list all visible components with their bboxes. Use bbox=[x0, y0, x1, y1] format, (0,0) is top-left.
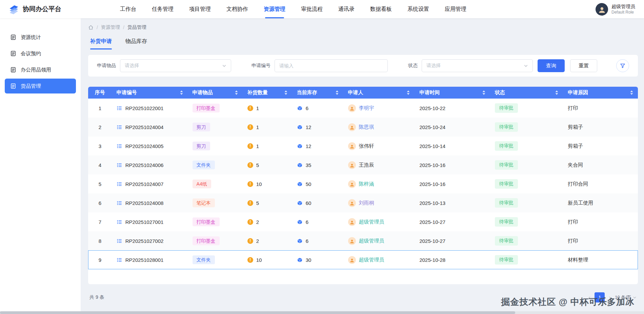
top-nav-item[interactable]: 工作台 bbox=[120, 0, 136, 18]
top-nav-item[interactable]: 资源管理 bbox=[264, 0, 285, 18]
box-icon bbox=[297, 143, 303, 149]
chevron-down-icon bbox=[222, 64, 226, 68]
request-number: RP20251024004 bbox=[125, 124, 164, 130]
table-row[interactable]: 2RP20251024004剪刀!112陈思琪2025-10-24待审批剪箱子 bbox=[88, 118, 638, 137]
applicant-name[interactable]: 超级管理员 bbox=[359, 257, 384, 263]
top-nav-item[interactable]: 数据看板 bbox=[370, 0, 392, 18]
sidebar-item[interactable]: 资源统计 bbox=[5, 30, 76, 45]
box-icon bbox=[297, 200, 303, 206]
item-select[interactable]: 请选择 bbox=[120, 59, 231, 72]
top-nav-item[interactable]: 文档协作 bbox=[226, 0, 248, 18]
cell-item: 打印墨盒 bbox=[188, 99, 243, 118]
column-label: 申请编号 bbox=[117, 89, 137, 96]
main-content: /资源管理/货品管理 补货申请物品库存 申请物品 请选择 申请编号 状态 bbox=[81, 18, 644, 314]
breadcrumb-item[interactable]: 货品管理 bbox=[127, 24, 146, 30]
list-icon bbox=[117, 162, 122, 168]
filter-bar: 申请物品 请选择 申请编号 状态 请选择 bbox=[88, 55, 638, 77]
status-select[interactable]: 请选择 bbox=[422, 59, 533, 72]
sidebar: 资源统计会议预约办公用品领用货品管理 bbox=[0, 18, 81, 314]
column-header[interactable]: 序号 bbox=[88, 87, 112, 99]
horizontal-scrollbar[interactable] bbox=[0, 311, 644, 314]
item-select-placeholder: 请选择 bbox=[125, 63, 139, 69]
applicant-name[interactable]: 王浩辰 bbox=[359, 162, 374, 168]
sidebar-item-label: 会议预约 bbox=[21, 50, 41, 57]
warning-icon: ! bbox=[247, 105, 253, 111]
scrollbar-thumb[interactable] bbox=[0, 311, 515, 314]
stock-value: 30 bbox=[306, 257, 311, 263]
applicant-name[interactable]: 超级管理员 bbox=[359, 219, 384, 225]
top-nav-item[interactable]: 通讯录 bbox=[338, 0, 355, 18]
list-icon bbox=[117, 181, 122, 187]
table-row[interactable]: 8RP20251027002打印墨盒!26超级管理员2025-10-27待审批打… bbox=[88, 231, 638, 250]
table-row[interactable]: 9RP20251028001文件夹!1030超级管理员2025-10-28待审批… bbox=[88, 250, 638, 269]
list-icon bbox=[117, 257, 122, 263]
user-box[interactable]: 超级管理员 Default Role bbox=[596, 3, 635, 16]
warning-icon: ! bbox=[247, 143, 253, 149]
warning-icon: ! bbox=[247, 181, 253, 187]
user-role: Default Role bbox=[611, 10, 635, 15]
top-nav-item[interactable]: 任务管理 bbox=[152, 0, 174, 18]
table-card: 序号申请编号申请物品补货数量当前库存申请人申请时间状态申请原因 1RP20251… bbox=[88, 87, 638, 284]
sort-icon[interactable] bbox=[630, 90, 633, 95]
sort-icon[interactable] bbox=[336, 90, 339, 95]
applicant-name[interactable]: 超级管理员 bbox=[359, 238, 384, 244]
column-header[interactable]: 申请编号 bbox=[112, 87, 188, 99]
breadcrumb-item[interactable]: 资源管理 bbox=[101, 24, 120, 30]
cell-index: 6 bbox=[88, 193, 112, 212]
cell-item: 文件夹 bbox=[188, 155, 243, 174]
column-header[interactable]: 状态 bbox=[490, 87, 563, 99]
sort-icon[interactable] bbox=[407, 90, 410, 95]
column-header[interactable]: 申请时间 bbox=[415, 87, 490, 99]
applicant-name[interactable]: 刘雨桐 bbox=[359, 200, 374, 206]
cell-reason: 打印合同 bbox=[563, 174, 638, 193]
column-header[interactable]: 当前库存 bbox=[292, 87, 343, 99]
top-nav-item[interactable]: 项目管理 bbox=[189, 0, 211, 18]
top-nav-item[interactable]: 系统设置 bbox=[407, 0, 429, 18]
table-row[interactable]: 5RP20251024007A4纸!1050陈梓涵2025-10-16待审批打印… bbox=[88, 174, 638, 193]
applicant-name[interactable]: 陈思琪 bbox=[359, 124, 374, 130]
filter-status-label: 状态 bbox=[408, 63, 418, 69]
column-header[interactable]: 申请物品 bbox=[188, 87, 243, 99]
applicant-name[interactable]: 张伟轩 bbox=[359, 143, 374, 149]
sort-icon[interactable] bbox=[180, 90, 183, 95]
item-tag: 笔记本 bbox=[193, 198, 215, 208]
cell-applicant: 李明宇 bbox=[343, 99, 415, 118]
top-nav-item[interactable]: 应用管理 bbox=[445, 0, 466, 18]
table-row[interactable]: 4RP20251024006文件夹!535王浩辰2025-10-16待审批夹合同 bbox=[88, 155, 638, 174]
watermark: 掘金技术社区 @ 中杯可乐多加冰 bbox=[501, 296, 635, 308]
cell-qty: !10 bbox=[243, 250, 292, 269]
column-header[interactable]: 申请原因 bbox=[563, 87, 638, 99]
cell-qty: !5 bbox=[243, 193, 292, 212]
person-icon bbox=[348, 256, 356, 264]
table-row[interactable]: 1RP20251022001打印墨盒!16李明宇2025-10-22待审批打印 bbox=[88, 99, 638, 118]
sort-icon[interactable] bbox=[235, 90, 238, 95]
applicant-name[interactable]: 李明宇 bbox=[359, 105, 374, 111]
box-icon bbox=[297, 162, 303, 168]
table-row[interactable]: 6RP20251024008笔记本!560刘雨桐2025-10-13待审批新员工… bbox=[88, 193, 638, 212]
request-number-input[interactable] bbox=[275, 59, 388, 72]
table-row[interactable]: 7RP20251027001打印墨盒!26超级管理员2025-10-27待审批打… bbox=[88, 212, 638, 231]
table-row[interactable]: 3RP20251024005剪刀!112张伟轩2025-10-14待审批剪箱子 bbox=[88, 137, 638, 155]
sidebar-item[interactable]: 会议预约 bbox=[5, 46, 76, 61]
column-header[interactable]: 补货数量 bbox=[243, 87, 292, 99]
top-nav-item[interactable]: 审批流程 bbox=[301, 0, 323, 18]
table-header-row: 序号申请编号申请物品补货数量当前库存申请人申请时间状态申请原因 bbox=[88, 87, 638, 99]
item-tag: 打印墨盒 bbox=[193, 104, 220, 113]
sort-icon[interactable] bbox=[482, 90, 485, 95]
search-button[interactable]: 查询 bbox=[538, 59, 565, 72]
column-header[interactable]: 申请人 bbox=[343, 87, 415, 99]
avatar-icon[interactable] bbox=[596, 3, 608, 16]
filter-funnel-button[interactable] bbox=[616, 59, 629, 72]
item-tag: 剪刀 bbox=[193, 142, 210, 151]
tab[interactable]: 补货申请 bbox=[90, 38, 112, 49]
cell-qty: !1 bbox=[243, 137, 292, 155]
sort-icon[interactable] bbox=[284, 90, 287, 95]
breadcrumb-separator: / bbox=[97, 25, 98, 30]
sidebar-item[interactable]: 办公用品领用 bbox=[5, 62, 76, 77]
home-icon[interactable] bbox=[88, 25, 94, 30]
reset-button[interactable]: 重置 bbox=[570, 59, 597, 72]
applicant-name[interactable]: 陈梓涵 bbox=[359, 181, 374, 187]
sidebar-item[interactable]: 货品管理 bbox=[5, 79, 76, 93]
sort-icon[interactable] bbox=[555, 90, 558, 95]
tab[interactable]: 物品库存 bbox=[125, 38, 147, 49]
